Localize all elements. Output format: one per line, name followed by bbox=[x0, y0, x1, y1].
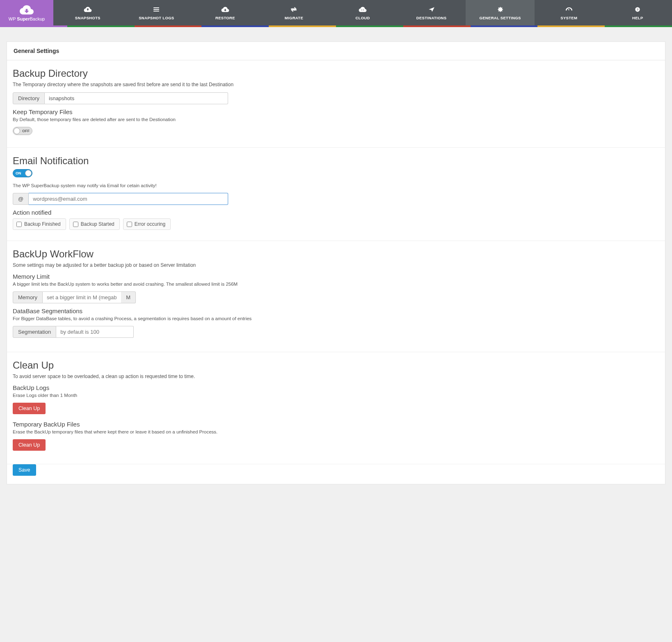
nav-snapshots[interactable]: SNAPSHOTS bbox=[53, 0, 122, 25]
keep-temp-toggle[interactable]: OFF bbox=[13, 127, 32, 135]
brand-logo[interactable]: WP SuperBackup bbox=[0, 0, 53, 25]
cleanup-logs-heading: BackUp Logs bbox=[13, 384, 658, 391]
directory-input[interactable] bbox=[45, 92, 228, 104]
nav-help[interactable]: ? HELP bbox=[603, 0, 672, 25]
settings-panel: General Settings Backup Directory The Te… bbox=[7, 41, 665, 484]
workflow-heading: BackUp WorkFlow bbox=[13, 248, 658, 260]
cleanup-logs-button[interactable]: Clean Up bbox=[13, 403, 46, 414]
color-stripe bbox=[0, 25, 672, 27]
memory-suffix: M bbox=[121, 291, 136, 303]
seg-input[interactable] bbox=[56, 326, 134, 338]
location-arrow-icon bbox=[427, 6, 436, 13]
seg-sub: For Bigger DataBase tables, to avoid a c… bbox=[13, 316, 658, 321]
dir-addon: Directory bbox=[13, 92, 45, 104]
cleanup-temp-button[interactable]: Clean Up bbox=[13, 439, 46, 451]
svg-text:?: ? bbox=[637, 7, 639, 11]
backup-dir-sub: The Temporary directory where the snapsh… bbox=[13, 82, 658, 87]
list-icon bbox=[152, 6, 160, 13]
nav-snapshot-logs[interactable]: SNAPSHOT LOGS bbox=[122, 0, 191, 25]
save-button[interactable]: Save bbox=[13, 464, 36, 476]
svg-point-4 bbox=[363, 9, 364, 10]
page-title: General Settings bbox=[7, 42, 665, 60]
email-sub: The WP SuperBackup system may notify via… bbox=[13, 183, 658, 188]
email-input[interactable] bbox=[29, 193, 228, 205]
section-email-notification: Email Notification ON The WP SuperBackup… bbox=[7, 148, 665, 241]
top-nav: WP SuperBackup SNAPSHOTS SNAPSHOT LOGS R… bbox=[0, 0, 672, 25]
help-icon: ? bbox=[633, 6, 642, 13]
migrate-icon bbox=[290, 6, 298, 13]
svg-rect-0 bbox=[153, 7, 159, 8]
section-backup-workflow: BackUp WorkFlow Some settings may be adj… bbox=[7, 241, 665, 352]
keep-temp-sub: By Default, those temporary files are de… bbox=[13, 117, 658, 122]
workflow-sub: Some settings may be adjusted for a bett… bbox=[13, 262, 658, 268]
cleanup-temp-sub: Erase the BackUp temporary files that wh… bbox=[13, 429, 658, 434]
keep-temp-heading: Keep Temporary Files bbox=[13, 108, 658, 115]
svg-rect-2 bbox=[153, 11, 159, 11]
nav-cloud[interactable]: CLOUD bbox=[328, 0, 397, 25]
check-backup-started[interactable]: Backup Started bbox=[69, 218, 120, 230]
cloud-upload-icon bbox=[84, 6, 92, 13]
cleanup-sub: To avoid server space to be overloaded, … bbox=[13, 374, 658, 379]
cloud-icon bbox=[359, 6, 367, 13]
svg-rect-1 bbox=[153, 9, 159, 10]
backup-dir-heading: Backup Directory bbox=[13, 68, 658, 79]
action-notified-heading: Action notified bbox=[13, 209, 658, 216]
seg-addon: Segmentation bbox=[13, 326, 56, 338]
memory-input[interactable] bbox=[43, 291, 121, 303]
nav-system[interactable]: SYSTEM bbox=[535, 0, 603, 25]
cleanup-heading: Clean Up bbox=[13, 360, 658, 371]
email-heading: Email Notification bbox=[13, 155, 658, 167]
check-backup-finished[interactable]: Backup Finished bbox=[13, 218, 66, 230]
section-clean-up: Clean Up To avoid server space to be ove… bbox=[7, 352, 665, 464]
seg-heading: DataBase Segmentations bbox=[13, 307, 658, 314]
memory-addon: Memory bbox=[13, 291, 43, 303]
email-addon: @ bbox=[13, 193, 29, 205]
memory-heading: Memory Limit bbox=[13, 273, 658, 280]
dashboard-icon bbox=[565, 6, 573, 13]
nav-restore[interactable]: RESTORE bbox=[191, 0, 260, 25]
brand-text: WP SuperBackup bbox=[9, 16, 45, 21]
check-error-occuring[interactable]: Error occuring bbox=[123, 218, 171, 230]
gear-icon bbox=[496, 6, 504, 13]
memory-sub: A bigger limit lets the BackUp system to… bbox=[13, 282, 658, 287]
section-backup-directory: Backup Directory The Temporary directory… bbox=[7, 60, 665, 148]
cleanup-temp-heading: Temporary BackUp Files bbox=[13, 421, 658, 428]
svg-point-3 bbox=[361, 9, 362, 10]
cloud-down-icon bbox=[19, 4, 34, 16]
nav-general-settings[interactable]: GENERAL SETTINGS bbox=[466, 0, 535, 25]
cloud-download-icon bbox=[221, 6, 229, 13]
email-toggle[interactable]: ON bbox=[13, 169, 32, 177]
nav-destinations[interactable]: DESTINATIONS bbox=[397, 0, 466, 25]
nav-migrate[interactable]: MIGRATE bbox=[260, 0, 329, 25]
cleanup-logs-sub: Erase Logs older than 1 Month bbox=[13, 393, 658, 398]
